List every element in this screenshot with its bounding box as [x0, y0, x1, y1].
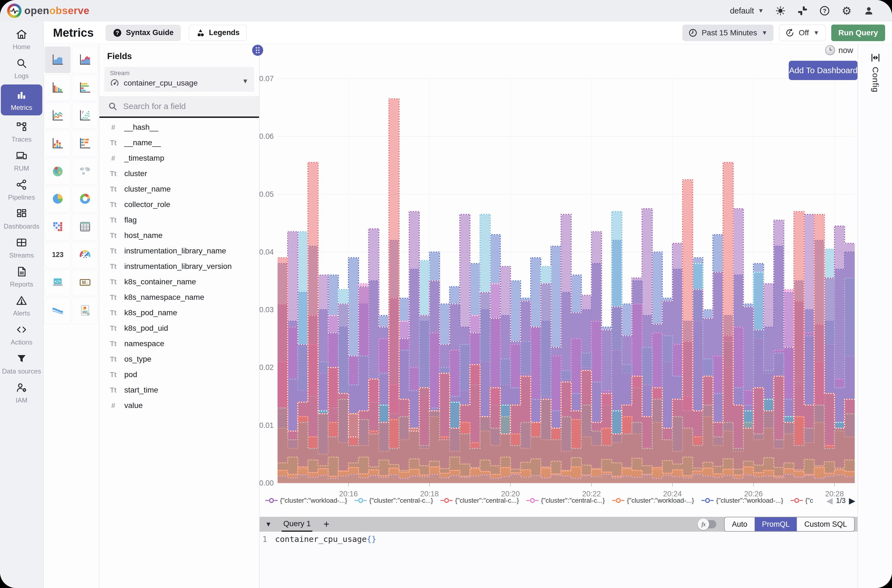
- slack-icon[interactable]: [797, 5, 808, 16]
- vrl-function-toggle[interactable]: fx: [699, 520, 716, 528]
- time-range-selector[interactable]: Past 15 Minutes ▼: [682, 25, 774, 41]
- field-item-start_time[interactable]: Ttstart_time: [99, 382, 259, 398]
- panel-drag-handle[interactable]: [252, 45, 263, 56]
- field-item-__name__[interactable]: Tt__name__: [99, 135, 259, 150]
- auto-refresh-selector[interactable]: Off ▼: [779, 25, 826, 41]
- mode-auto-button[interactable]: Auto: [725, 518, 754, 531]
- chart-type-geomap[interactable]: [45, 158, 71, 184]
- sidebar-item-traces[interactable]: Traces: [1, 119, 42, 144]
- sidebar-item-data-sources[interactable]: Data sources: [1, 351, 42, 376]
- sidebar-item-actions[interactable]: Actions: [1, 322, 42, 347]
- mode-custom-sql-button[interactable]: Custom SQL: [797, 518, 854, 531]
- field-item-value[interactable]: #value: [99, 398, 259, 413]
- legend-item-5[interactable]: {"cluster":"workload-...}: [612, 496, 694, 504]
- query-editor[interactable]: 1 container_cpu_usage{}: [260, 532, 857, 588]
- text-field-icon: Tt: [108, 170, 118, 178]
- legend-item-2[interactable]: {"cluster":"central-c...}: [354, 496, 433, 504]
- field-item-instrumentation_library_name[interactable]: Ttinstrumentation_library_name: [99, 243, 259, 259]
- sidebar-item-streams[interactable]: Streams: [1, 235, 42, 260]
- field-item-os_type[interactable]: Ttos_type: [99, 351, 259, 367]
- chart-type-gauge[interactable]: [72, 242, 98, 268]
- sidebar-item-alerts[interactable]: Alerts: [1, 293, 42, 318]
- org-selector[interactable]: default ▼: [730, 6, 764, 15]
- sidebar-item-iam[interactable]: IAM: [1, 380, 42, 405]
- mode-promql-button[interactable]: PromQL: [754, 518, 797, 531]
- chart-type-heatmap[interactable]: [45, 214, 71, 240]
- run-query-button[interactable]: Run Query: [831, 25, 885, 41]
- bar-chart-icon: [51, 80, 65, 95]
- top-bar: openobserve default ▼ ? ⚙: [0, 0, 892, 22]
- chart-type-area[interactable]: [45, 46, 71, 73]
- logs-icon: [15, 57, 28, 70]
- field-item-__hash__[interactable]: #__hash__: [99, 120, 259, 135]
- field-item-k8s_namespace_name[interactable]: Ttk8s_namespace_name: [99, 290, 259, 305]
- syntax-guide-button[interactable]: ? Syntax Guide: [106, 25, 180, 41]
- legend-item-3[interactable]: {"cluster":"central-c...}: [440, 496, 519, 504]
- field-item-namespace[interactable]: Ttnamespace: [99, 336, 259, 351]
- field-item-cluster_name[interactable]: Ttcluster_name: [99, 182, 259, 197]
- chart-type-markdown[interactable]: M↓: [72, 269, 98, 296]
- field-name: k8s_pod_uid: [124, 324, 168, 333]
- chart-type-pie[interactable]: [45, 186, 71, 213]
- field-item-pod[interactable]: Ttpod: [99, 367, 259, 382]
- theme-toggle-icon[interactable]: [775, 5, 786, 16]
- field-item-k8s_container_name[interactable]: Ttk8s_container_name: [99, 274, 259, 290]
- chart-type-stacked-bar[interactable]: [45, 130, 71, 157]
- chart-type-sankey[interactable]: [45, 297, 71, 324]
- stream-selector[interactable]: Stream container_cpu_usage ▼: [104, 67, 254, 92]
- chart-type-metric[interactable]: 123: [45, 242, 71, 268]
- sidebar-item-logs[interactable]: Logs: [1, 56, 42, 81]
- add-query-button[interactable]: +: [323, 518, 329, 530]
- field-item-cluster[interactable]: Ttcluster: [99, 166, 259, 182]
- sidebar-item-pipelines[interactable]: Pipelines: [1, 177, 42, 202]
- sidebar-item-home[interactable]: Home: [1, 27, 42, 52]
- chart-type-bar[interactable]: [45, 74, 71, 101]
- chart-type-h-bar[interactable]: [72, 74, 98, 101]
- metrics-chart[interactable]: 0.000.010.020.030.040.050.060.0720:1620:…: [260, 44, 857, 517]
- text-field-icon: Tt: [108, 309, 118, 317]
- openobserve-logo: openobserve: [7, 4, 90, 18]
- legend-next-icon[interactable]: ▶: [849, 496, 855, 506]
- config-tab[interactable]: Config: [858, 52, 892, 93]
- chart-type-custom-chart[interactable]: [72, 297, 98, 324]
- sidebar-item-dashboards[interactable]: Dashboards: [1, 206, 42, 231]
- help-icon[interactable]: ?: [819, 5, 830, 16]
- legend-item-4[interactable]: {"cluster":"central-c...}: [526, 496, 605, 504]
- legend-prev-icon[interactable]: ◀: [826, 496, 833, 506]
- user-avatar-icon[interactable]: [863, 5, 874, 16]
- settings-gear-icon[interactable]: ⚙: [841, 5, 852, 16]
- chart-type-scatter[interactable]: [72, 102, 98, 129]
- chart-type-table[interactable]: [72, 214, 98, 240]
- chart-type-world-map[interactable]: [72, 158, 98, 184]
- sidebar-item-rum[interactable]: RUM: [1, 148, 42, 173]
- field-search-input[interactable]: [123, 101, 240, 111]
- legend-item-1[interactable]: {"cluster":"workload-...}: [265, 496, 347, 504]
- field-search: [99, 96, 259, 118]
- sidebar-item-reports[interactable]: Reports: [1, 264, 42, 289]
- field-item-flag[interactable]: Ttflag: [99, 212, 259, 228]
- field-item-instrumentation_library_version[interactable]: Ttinstrumentation_library_version: [99, 259, 259, 274]
- legends-label: Legends: [209, 28, 240, 37]
- collapse-query-icon[interactable]: ▼: [265, 520, 272, 528]
- chart-type-area-stacked[interactable]: [72, 46, 98, 73]
- field-item-host_name[interactable]: Tthost_name: [99, 228, 259, 243]
- sidebar-item-metrics[interactable]: Metrics: [1, 84, 42, 116]
- field-item-_timestamp[interactable]: #_timestamp: [99, 150, 259, 166]
- h-stacked-bar-chart-icon: [78, 136, 92, 151]
- field-item-k8s_pod_uid[interactable]: Ttk8s_pod_uid: [99, 321, 259, 336]
- legend-item-6[interactable]: {"cluster":"workload-...}: [701, 496, 783, 504]
- legend-item-7[interactable]: {"c: [790, 496, 813, 504]
- chart-type-donut[interactable]: [72, 186, 98, 213]
- chart-type-html[interactable]: </>: [45, 269, 71, 296]
- area-stacked-chart-icon: [78, 52, 92, 68]
- query-tab-1[interactable]: Query 1: [283, 519, 311, 529]
- field-item-collector_role[interactable]: Ttcollector_role: [99, 197, 259, 212]
- chart-type-line[interactable]: [45, 102, 71, 129]
- field-item-k8s_pod_name[interactable]: Ttk8s_pod_name: [99, 305, 259, 321]
- legends-button[interactable]: Legends: [189, 25, 246, 41]
- heatmap-chart-icon: [51, 220, 65, 235]
- add-to-dashboard-button[interactable]: Add To Dashboard: [789, 61, 858, 80]
- chart-type-h-stacked-bar[interactable]: [72, 130, 98, 157]
- fields-panel-title: Fields: [107, 51, 259, 61]
- refresh-clock-icon: [785, 28, 794, 37]
